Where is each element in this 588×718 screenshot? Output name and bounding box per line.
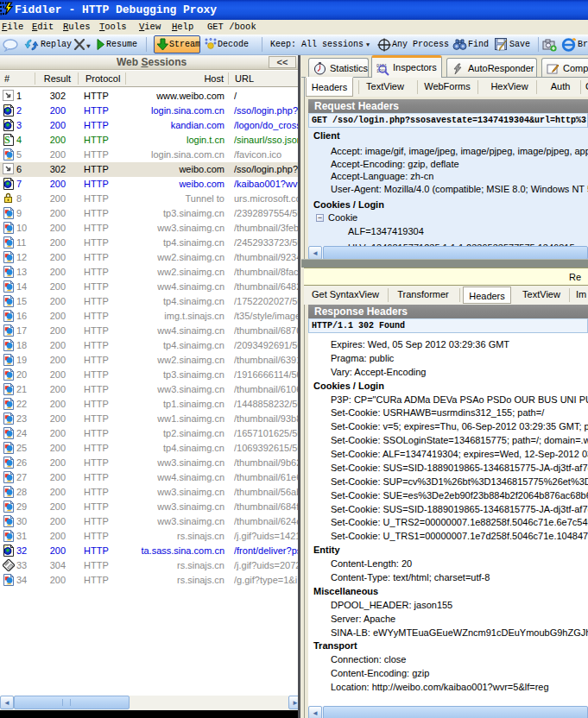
svg-text:S: S bbox=[4, 134, 10, 146]
